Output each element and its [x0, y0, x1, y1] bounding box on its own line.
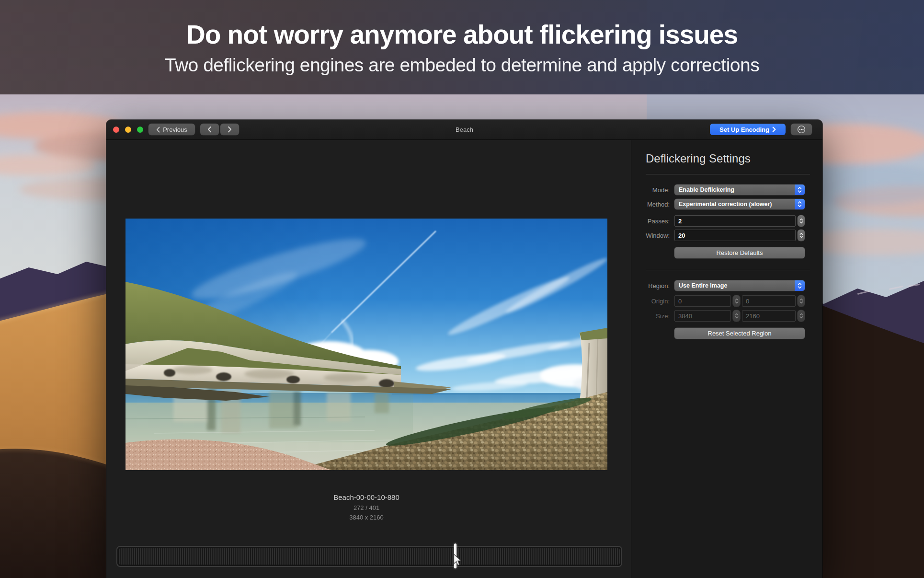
window-input[interactable] [674, 230, 796, 241]
method-popup-value: Experimental correction (slower) [674, 201, 795, 208]
mode-label: Mode: [631, 186, 670, 194]
region-popup-value: Use Entire Image [674, 282, 795, 289]
back-button[interactable] [200, 124, 219, 135]
method-label: Method: [631, 201, 670, 208]
frame-filename: Beach-00-00-10-880 [125, 493, 607, 501]
forward-button[interactable] [220, 124, 239, 135]
window-body: Beach-00-00-10-880 272 / 401 3840 x 2160… [106, 140, 822, 578]
size-width-input [674, 310, 731, 322]
divider [646, 270, 810, 270]
passes-label: Passes: [631, 218, 670, 225]
size-height-stepper [798, 310, 805, 322]
close-window-button[interactable] [113, 127, 119, 133]
method-popup[interactable]: Experimental correction (slower) [674, 199, 805, 209]
window-label: Window: [631, 232, 670, 239]
previous-button[interactable]: Previous [148, 124, 195, 135]
up-down-chevrons-icon [795, 280, 805, 291]
app-window: Previous Beach Set Up Encoding [106, 120, 822, 578]
desktop-screen: Do not worry anymore about flickering is… [0, 0, 924, 578]
region-row: Region: Use Entire Image [631, 280, 822, 291]
frame-resolution: 3840 x 2160 [125, 514, 607, 521]
mode-row: Mode: Enable Deflickering [631, 185, 822, 195]
ellipsis-circle-icon [797, 125, 806, 134]
mouse-cursor [453, 554, 462, 566]
up-down-chevrons-icon [795, 185, 805, 195]
frame-caption: Beach-00-00-10-880 272 / 401 3840 x 2160 [125, 493, 607, 521]
more-options-button[interactable] [791, 124, 812, 135]
origin-x-stepper [733, 295, 740, 307]
banner-subtitle: Two deflickering engines are embeded to … [165, 55, 759, 76]
preview-area: Beach-00-00-10-880 272 / 401 3840 x 2160 [106, 140, 631, 578]
origin-label: Origin: [631, 298, 670, 305]
region-popup[interactable]: Use Entire Image [674, 280, 805, 291]
chevron-right-icon [228, 126, 232, 133]
size-width-stepper [733, 310, 740, 322]
divider [646, 174, 810, 174]
set-up-encoding-button[interactable]: Set Up Encoding [710, 124, 786, 135]
frame-preview-image [125, 219, 607, 470]
passes-row: Passes: [631, 215, 822, 227]
method-row: Method: Experimental correction (slower) [631, 199, 822, 209]
set-up-encoding-label: Set Up Encoding [719, 126, 769, 133]
passes-input[interactable] [674, 215, 796, 227]
region-label: Region: [631, 282, 670, 289]
chevron-right-icon [772, 127, 776, 132]
size-label: Size: [631, 312, 670, 320]
previous-button-label: Previous [163, 126, 187, 133]
titlebar: Previous Beach Set Up Encoding [106, 120, 822, 140]
timeline-frame-ticks [119, 548, 620, 565]
up-down-chevrons-icon [795, 199, 805, 209]
panel-title: Deflickering Settings [646, 152, 751, 165]
reset-selected-region-button[interactable]: Reset Selected Region [674, 328, 805, 339]
banner-title: Do not worry anymore about flickering is… [186, 19, 738, 50]
chevron-left-icon [207, 126, 212, 133]
origin-y-input [742, 295, 796, 307]
deflickering-settings-panel: Deflickering Settings Mode: Enable Defli… [631, 140, 822, 578]
window-stepper[interactable] [798, 230, 805, 241]
restore-defaults-button[interactable]: Restore Defaults [674, 247, 805, 258]
origin-x-input [674, 295, 731, 307]
window-row: Window: [631, 230, 822, 241]
mode-popup[interactable]: Enable Deflickering [674, 185, 805, 195]
chevron-left-icon [156, 127, 160, 133]
frame-position: 272 / 401 [125, 504, 607, 511]
size-row: Size: [631, 310, 822, 322]
minimize-window-button[interactable] [125, 127, 131, 133]
timeline-scrubber[interactable] [116, 546, 622, 567]
origin-y-stepper [798, 295, 805, 307]
mode-popup-value: Enable Deflickering [674, 186, 795, 193]
zoom-window-button[interactable] [137, 127, 143, 133]
origin-row: Origin: [631, 295, 822, 307]
passes-stepper[interactable] [798, 215, 805, 227]
marketing-banner: Do not worry anymore about flickering is… [0, 0, 924, 94]
size-height-input [742, 310, 796, 322]
